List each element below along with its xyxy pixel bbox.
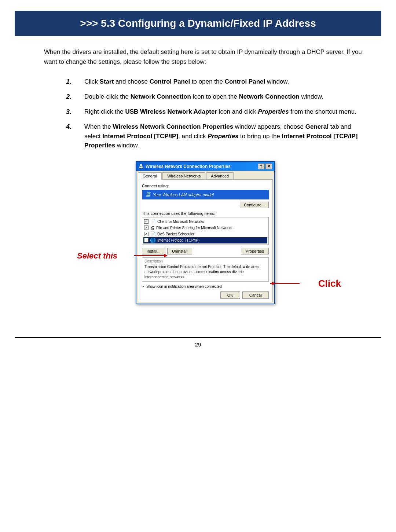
configure-btn-row: Configure... [142,202,269,208]
main-content: When the drivers are installed, the defa… [0,36,396,330]
step-2-num: 2. [66,92,81,102]
dialog-icon: 🖧 [139,164,144,169]
item-checkbox-3[interactable]: ✓ [144,232,148,236]
adapter-row: 🖥 Your Wireless LAN adapter model [142,190,269,199]
item-checkbox-2[interactable]: ✓ [144,225,148,230]
description-section: Description Transmission Control Protoco… [142,257,269,282]
intro-paragraph: When the drivers are installed, the defa… [44,47,367,67]
step-3: 3. Right-click the USB Wireless Network … [66,107,367,117]
dialog-body: Connect using: 🖥 Your Wireless LAN adapt… [138,180,273,302]
item-icon-4: 🌐 [150,238,156,243]
steps-list: 1. Click Start and choose Control Panel … [66,77,367,150]
page-number: 29 [195,341,201,348]
dialog-title: Wireless Network Connection Properties [146,164,231,169]
ok-cancel-row: OK Cancel [142,291,269,299]
step-3-text: Right-click the USB Wireless Network Ada… [84,107,367,117]
click-label: Click [318,278,341,289]
item-icon-1: 📄 [150,219,156,224]
connect-using-label: Connect using: [142,184,269,188]
item-file-printer[interactable]: ✓ 🖨 File and Printer Sharing for Microso… [143,225,267,231]
page-title: >>> 5.3 Configuring a Dynamic/Fixed IP A… [26,18,370,29]
dialog-titlebar: 🖧 Wireless Network Connection Properties… [136,162,274,171]
dialog-area: Select this Click 🖧 Wireless Network Con… [44,161,367,304]
step-1-num: 1. [66,77,81,87]
tab-advanced[interactable]: Advanced [206,172,234,179]
item-icon-2: 🖨 [150,225,155,231]
windows-dialog: 🖧 Wireless Network Connection Properties… [136,161,275,304]
tab-wireless-networks[interactable]: Wireless Networks [162,172,205,179]
item-label-1: Client for Microsoft Networks [157,220,204,224]
show-icon-checkbox[interactable]: ✓ [142,285,145,289]
install-button[interactable]: Install... [142,248,165,254]
step-1-text: Click Start and choose Control Panel to … [84,77,367,87]
tab-general[interactable]: General [138,172,162,180]
items-list: ✓ 📄 Client for Microsoft Networks ✓ 🖨 Fi… [142,217,269,245]
item-label-3: QoS Packet Scheduler [157,232,194,236]
item-tcp-ip[interactable]: ✓ 🌐 Internet Protocol (TCP/IP) [143,237,267,243]
click-arrow [270,283,300,284]
titlebar-left: 🖧 Wireless Network Connection Properties [139,164,231,169]
step-1: 1. Click Start and choose Control Panel … [66,77,367,87]
properties-button[interactable]: Properties [241,248,269,254]
show-icon-label: Show icon in notification area when conn… [146,285,222,289]
connection-items-label: This connection uses the following items… [142,211,269,216]
adapter-icon: 🖥 [145,191,151,198]
page-footer: 29 [15,337,381,351]
select-this-label: Select this [77,251,117,261]
step-2: 2. Double-click the Network Connection i… [66,92,367,102]
item-label-2: File and Printer Sharing for Microsoft N… [156,226,232,230]
step-3-num: 3. [66,107,81,117]
action-buttons: Install... Uninstall Properties [142,248,269,254]
select-this-arrow [134,255,167,256]
adapter-name: Your Wireless LAN adapter model [153,192,214,197]
configure-button[interactable]: Configure... [240,202,269,208]
page-header: >>> 5.3 Configuring a Dynamic/Fixed IP A… [15,11,381,36]
description-label: Description [144,259,266,263]
item-checkbox-4[interactable]: ✓ [144,238,148,242]
titlebar-buttons: ? ✕ [258,164,272,169]
item-label-4: Internet Protocol (TCP/IP) [157,238,199,242]
help-button[interactable]: ? [258,164,264,169]
item-qos[interactable]: ✓ 📄 QoS Packet Scheduler [143,231,267,237]
ok-button[interactable]: OK [220,291,240,299]
item-icon-3: 📄 [150,231,156,237]
description-text: Transmission Control Protocol/Internet P… [144,264,266,280]
step-4-num: 4. [66,122,81,132]
uninstall-button[interactable]: Uninstall [167,248,192,254]
cancel-button[interactable]: Cancel [242,291,269,299]
close-button[interactable]: ✕ [265,164,272,169]
item-checkbox-1[interactable]: ✓ [144,219,148,224]
step-2-text: Double-click the Network Connection icon… [84,92,367,102]
step-4: 4. When the Wireless Network Connection … [66,122,367,150]
dialog-tabs: General Wireless Networks Advanced [138,172,273,180]
show-icon-row[interactable]: ✓ Show icon in notification area when co… [142,285,269,289]
item-client-networks[interactable]: ✓ 📄 Client for Microsoft Networks [143,219,267,225]
step-4-text: When the Wireless Network Connection Pro… [84,122,367,150]
